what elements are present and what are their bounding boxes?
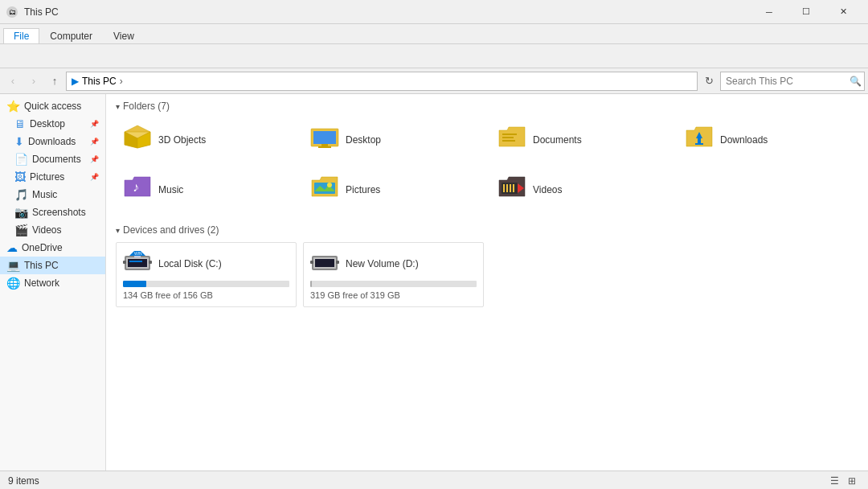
window-title: This PC: [24, 6, 751, 18]
close-button[interactable]: ✕: [825, 0, 862, 24]
drives-chevron[interactable]: ▾: [116, 226, 120, 235]
quick-access-icon: ⭐: [6, 100, 20, 113]
network-icon: 🌐: [6, 277, 20, 290]
address-path: This PC: [82, 76, 117, 87]
svg-rect-10: [502, 140, 515, 142]
drive-d-info: 319 GB free of 319 GB: [310, 290, 477, 300]
folder-documents-label: Documents: [533, 134, 582, 146]
view-buttons: ☰ ⊞: [826, 473, 860, 489]
downloads-icon: ⬇: [14, 135, 24, 148]
sidebar-item-onedrive[interactable]: ☁ OneDrive: [0, 239, 105, 257]
search-icon: 🔍: [850, 76, 862, 87]
sidebar-label-documents: Documents: [32, 154, 81, 165]
pin-icon-downloads: 📌: [90, 138, 99, 146]
sidebar-label-music: Music: [32, 189, 57, 200]
folder-3d-objects-label: 3D Objects: [158, 134, 206, 146]
sidebar-item-documents[interactable]: 📄 Documents 📌: [0, 150, 105, 168]
folder-videos[interactable]: Videos: [490, 168, 671, 212]
main-layout: ⭐ Quick access 🖥 Desktop 📌 ⬇ Downloads 📌…: [0, 94, 868, 471]
sidebar-label-videos: Videos: [32, 224, 61, 236]
svg-rect-5: [313, 131, 336, 144]
folder-pictures-icon: [310, 174, 339, 206]
sidebar-label-screenshots: Screenshots: [32, 207, 86, 218]
svg-rect-14: [314, 183, 335, 194]
content-area: ▾ Folders (7) 3D Objects: [106, 94, 868, 471]
folder-videos-label: Videos: [533, 184, 562, 195]
drive-c-bar-container: [123, 281, 289, 287]
drive-d-header: New Volume (D:): [310, 249, 477, 277]
minimize-button[interactable]: ─: [751, 0, 788, 24]
sidebar-item-downloads[interactable]: ⬇ Downloads 📌: [0, 133, 105, 150]
folder-desktop-icon: [310, 124, 339, 156]
address-arrow: ▶: [72, 76, 79, 87]
drive-local-disk-c[interactable]: WIN Local Disk (C:) 134 GB free of 156 G…: [116, 242, 297, 307]
folder-pictures[interactable]: Pictures: [303, 168, 484, 212]
title-icon-1: 🗂: [6, 6, 18, 18]
tab-file[interactable]: File: [3, 28, 39, 43]
folder-documents-icon: [497, 124, 526, 156]
title-bar: 🗂 This PC ─ ☐ ✕: [0, 0, 868, 24]
refresh-button[interactable]: ↻: [699, 72, 719, 91]
forward-button[interactable]: ›: [24, 72, 43, 91]
sidebar-label-downloads: Downloads: [28, 136, 76, 147]
search-box[interactable]: 🔍: [720, 72, 865, 91]
svg-rect-36: [315, 259, 334, 267]
svg-rect-8: [502, 134, 517, 135]
drive-d-name: New Volume (D:): [346, 258, 419, 269]
sidebar-item-desktop[interactable]: 🖥 Desktop 📌: [0, 115, 105, 133]
sidebar-label-pictures: Pictures: [30, 171, 64, 183]
folder-videos-icon: [497, 174, 526, 206]
svg-rect-25: [123, 261, 126, 264]
tab-computer[interactable]: Computer: [39, 28, 103, 43]
svg-text:WIN: WIN: [134, 251, 142, 256]
search-input[interactable]: [726, 76, 846, 87]
folder-downloads[interactable]: Downloads: [678, 118, 858, 162]
folder-music-icon: ♪: [123, 174, 152, 206]
pictures-icon: 🖼: [14, 171, 26, 183]
title-bar-icons: 🗂: [6, 6, 18, 18]
svg-rect-9: [502, 137, 514, 138]
drive-new-volume-d[interactable]: New Volume (D:) 319 GB free of 319 GB: [303, 242, 484, 307]
folders-chevron[interactable]: ▾: [116, 102, 120, 111]
folder-music-label: Music: [158, 184, 183, 195]
drive-d-bar-container: [310, 281, 477, 287]
music-icon: 🎵: [14, 188, 28, 201]
address-input[interactable]: ▶ This PC ›: [66, 72, 698, 91]
sidebar-item-music[interactable]: 🎵 Music: [0, 186, 105, 203]
drives-section-header: ▾ Devices and drives (2): [116, 224, 858, 236]
folder-3d-objects[interactable]: 3D Objects: [116, 118, 297, 162]
folder-desktop[interactable]: Desktop: [303, 118, 484, 162]
sidebar-item-videos[interactable]: 🎬 Videos: [0, 221, 105, 239]
item-count: 9 items: [8, 475, 39, 487]
folders-section-header: ▾ Folders (7): [116, 101, 858, 112]
sidebar-label-onedrive: OneDrive: [22, 242, 63, 253]
svg-rect-28: [129, 261, 142, 262]
drive-c-info: 134 GB free of 156 GB: [123, 290, 289, 300]
sidebar-item-pictures[interactable]: 🖼 Pictures 📌: [0, 168, 105, 186]
folder-3d-icon: [123, 124, 152, 156]
this-pc-icon: 💻: [6, 259, 20, 272]
pin-icon-pictures: 📌: [90, 173, 99, 181]
sidebar-item-network[interactable]: 🌐 Network: [0, 274, 105, 292]
sidebar-item-quick-access[interactable]: ⭐ Quick access: [0, 97, 105, 115]
back-button[interactable]: ‹: [3, 72, 23, 91]
ribbon-content: [0, 43, 868, 68]
tab-view[interactable]: View: [103, 28, 145, 43]
list-view-button[interactable]: ☰: [826, 473, 842, 489]
folders-grid: 3D Objects Desktop: [116, 118, 858, 212]
documents-icon: 📄: [14, 153, 28, 166]
svg-point-16: [327, 183, 332, 187]
svg-text:♪: ♪: [133, 180, 139, 194]
drives-grid: WIN Local Disk (C:) 134 GB free of 156 G…: [116, 242, 858, 307]
svg-rect-26: [149, 261, 152, 264]
desktop-icon: 🖥: [14, 117, 26, 130]
maximize-button[interactable]: ☐: [788, 0, 825, 24]
folder-music[interactable]: ♪ Music: [116, 168, 297, 212]
sidebar-item-this-pc[interactable]: 💻 This PC: [0, 257, 105, 274]
folder-documents[interactable]: Documents: [490, 118, 671, 162]
grid-view-button[interactable]: ⊞: [844, 473, 860, 489]
up-button[interactable]: ↑: [45, 72, 64, 91]
sidebar: ⭐ Quick access 🖥 Desktop 📌 ⬇ Downloads 📌…: [0, 94, 106, 471]
drive-c-name: Local Disk (C:): [158, 258, 222, 269]
sidebar-item-screenshots[interactable]: 📷 Screenshots: [0, 203, 105, 221]
